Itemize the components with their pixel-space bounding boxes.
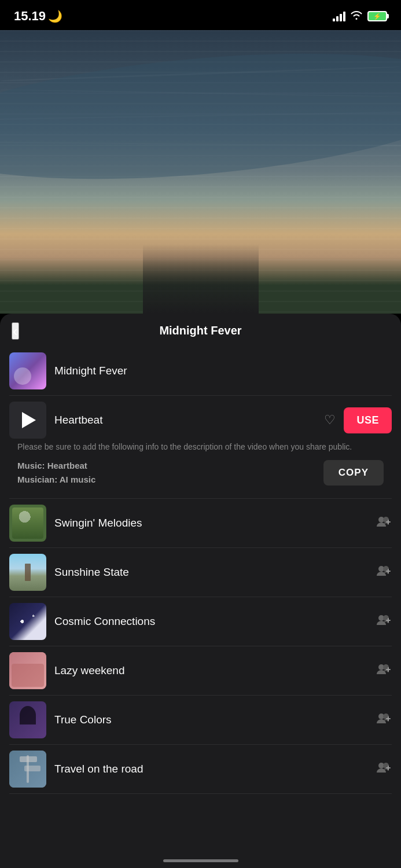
attribution-box: Please be sure to add the following info… [9,441,392,487]
track-info-travel: Travel on the road [54,763,376,775]
use-button-heartbeat[interactable]: USE [344,407,392,433]
track-item-sunshine[interactable]: Sunshine State [9,548,392,597]
collab-icon-sunshine [376,564,392,580]
attribution-row: Music: Heartbeat Musician: AI music COPY [17,459,384,487]
panel-title: Midnight Fever [159,324,241,337]
heart-icon[interactable]: ♡ [324,413,336,428]
signal-bars-icon [333,11,345,21]
track-item-swingin[interactable]: Swingin' Melodies [9,499,392,548]
musician-credit: Musician: AI music [17,473,95,487]
track-name-travel: Travel on the road [54,763,144,775]
attribution-text: Please be sure to add the following info… [17,441,384,453]
track-thumbnail-swingin [9,505,46,542]
copy-button[interactable]: COPY [323,460,384,486]
track-item-cosmic[interactable]: Cosmic Connections [9,597,392,646]
battery-icon: ⚡ [367,11,387,21]
panel-header: ‹ Midnight Fever [0,314,401,347]
status-icons: ⚡ [333,10,387,23]
track-name-lazy: Lazy weekend [54,664,124,676]
collab-icon-swingin [376,515,392,531]
track-info-cosmic: Cosmic Connections [54,615,376,628]
back-button[interactable]: ‹ [12,322,19,340]
track-actions-heartbeat: ♡ USE [324,407,392,433]
track-item-heartbeat[interactable]: Heartbeat ♡ USE Please be sure to add th… [9,396,392,499]
home-indicator [163,859,238,862]
track-thumbnail-lazy [9,652,46,689]
track-name-sunshine: Sunshine State [54,566,129,578]
track-info-sunshine: Sunshine State [54,566,376,579]
track-info-swingin: Swingin' Melodies [54,517,376,529]
track-item[interactable]: Midnight Fever [9,347,392,396]
attribution-credits: Music: Heartbeat Musician: AI music [17,459,95,487]
track-item-travel[interactable]: Travel on the road [9,745,392,794]
wifi-icon [350,10,363,23]
status-time: 15.19 [14,9,46,24]
track-item-truecolors[interactable]: True Colors [9,696,392,745]
status-bar: 15.19 🌙 ⚡ [0,0,401,30]
track-info-truecolors: True Colors [54,713,376,726]
track-thumbnail-truecolors [9,701,46,738]
collab-icon-truecolors [376,712,392,728]
track-list: Midnight Fever Heartbeat ♡ USE Please be… [0,347,401,794]
track-info-heartbeat: Heartbeat [54,414,324,426]
track-thumbnail-heartbeat [9,402,46,439]
collab-icon-lazy [376,663,392,679]
track-thumbnail-travel [9,751,46,788]
track-name-truecolors: True Colors [54,713,112,726]
track-info: Midnight Fever [54,365,392,377]
moon-icon: 🌙 [48,9,62,23]
collab-icon-cosmic [376,613,392,630]
collab-icon-travel [376,761,392,777]
hero-image [0,30,401,314]
bottom-panel: ‹ Midnight Fever Midnight Fever Heartbea… [0,314,401,868]
play-icon [22,412,36,428]
track-thumbnail-sunshine [9,554,46,591]
track-name-heartbeat: Heartbeat [54,414,102,426]
track-info-lazy: Lazy weekend [54,664,376,677]
music-credit: Music: Heartbeat [17,459,95,473]
track-thumbnail-midnight [9,352,46,389]
track-thumbnail-cosmic [9,603,46,640]
track-name-cosmic: Cosmic Connections [54,615,155,627]
track-item-lazy[interactable]: Lazy weekend [9,646,392,696]
track-name-midnight-fever: Midnight Fever [54,365,127,377]
track-name-swingin: Swingin' Melodies [54,517,142,529]
